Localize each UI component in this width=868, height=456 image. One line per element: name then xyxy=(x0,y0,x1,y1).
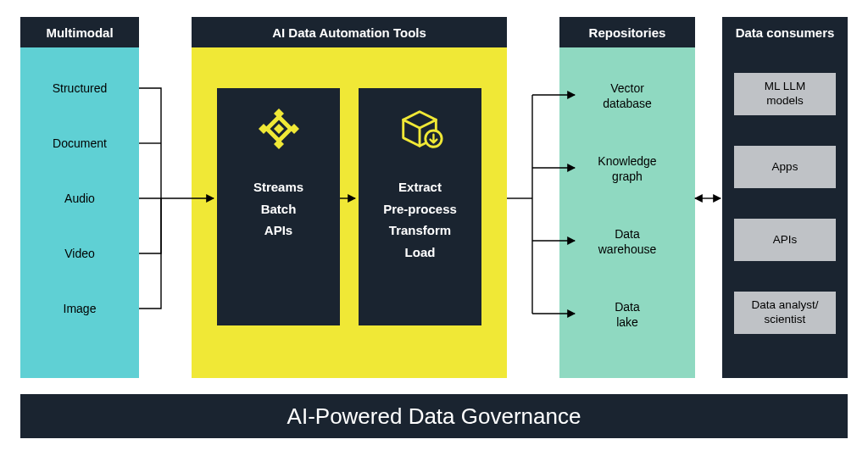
ai-tools-header: AI Data Automation Tools xyxy=(192,17,507,47)
svg-marker-5 xyxy=(274,124,284,134)
card-line: Batch xyxy=(253,198,303,220)
consumer-label: Data analyst/scientist xyxy=(752,298,819,327)
consumers-header: Data consumers xyxy=(722,17,848,47)
repo-label: Knowledgegraph xyxy=(598,154,656,183)
card-line: Streams xyxy=(253,176,303,198)
card-line: APIs xyxy=(253,220,303,242)
multimodal-panel: Structured Document Audio Video Image xyxy=(20,47,139,378)
diagram-canvas: Multimodal Structured Document Audio Vid… xyxy=(0,0,868,456)
repo-label: Datawarehouse xyxy=(598,227,657,256)
consumer-label: ML LLMmodels xyxy=(765,80,805,108)
repo-label: Datalake xyxy=(615,300,640,329)
multimodal-header: Multimodal xyxy=(20,17,139,47)
card-line: Transform xyxy=(383,220,457,242)
cube-download-icon xyxy=(397,105,444,153)
repositories-title: Repositories xyxy=(589,25,666,40)
consumer-label: Apps xyxy=(772,160,798,175)
consumer-label: APIs xyxy=(773,233,798,247)
repositories-header: Repositories xyxy=(559,17,695,47)
consumer-item: Data analyst/scientist xyxy=(734,292,836,334)
repo-label: Vectordatabase xyxy=(603,81,652,110)
repo-item: Datalake xyxy=(559,300,695,330)
card-line: Extract xyxy=(383,176,457,198)
multimodal-item-image: Image xyxy=(20,302,139,315)
ai-tools-title: AI Data Automation Tools xyxy=(272,25,426,40)
streams-card-lines: Streams Batch APIs xyxy=(253,176,303,242)
multimodal-item-structured: Structured xyxy=(20,81,139,95)
repo-item: Knowledgegraph xyxy=(559,154,695,184)
consumers-panel: ML LLMmodels Apps APIs Data analyst/scie… xyxy=(722,47,848,378)
consumer-item: APIs xyxy=(734,219,836,261)
multimodal-item-audio: Audio xyxy=(20,192,139,205)
multimodal-item-video: Video xyxy=(20,247,139,260)
footer-banner: AI-Powered Data Governance xyxy=(20,394,848,438)
etl-card: Extract Pre-process Transform Load xyxy=(359,88,481,325)
repo-item: Datawarehouse xyxy=(559,227,695,257)
streams-card: Streams Batch APIs xyxy=(217,88,340,325)
card-line: Pre-process xyxy=(383,198,457,220)
multimodal-title: Multimodal xyxy=(46,25,113,40)
consumers-title: Data consumers xyxy=(736,25,835,40)
diamond-grid-icon xyxy=(255,105,303,153)
card-line: Load xyxy=(383,242,457,264)
repo-item: Vectordatabase xyxy=(559,81,695,111)
consumer-item: Apps xyxy=(734,146,836,188)
etl-card-lines: Extract Pre-process Transform Load xyxy=(383,176,457,263)
multimodal-item-document: Document xyxy=(20,136,139,150)
repositories-panel: Vectordatabase Knowledgegraph Datawareho… xyxy=(559,47,695,378)
consumer-item: ML LLMmodels xyxy=(734,73,836,115)
ai-tools-panel: Streams Batch APIs Extract Pr xyxy=(192,47,507,378)
footer-text: AI-Powered Data Governance xyxy=(287,403,581,430)
